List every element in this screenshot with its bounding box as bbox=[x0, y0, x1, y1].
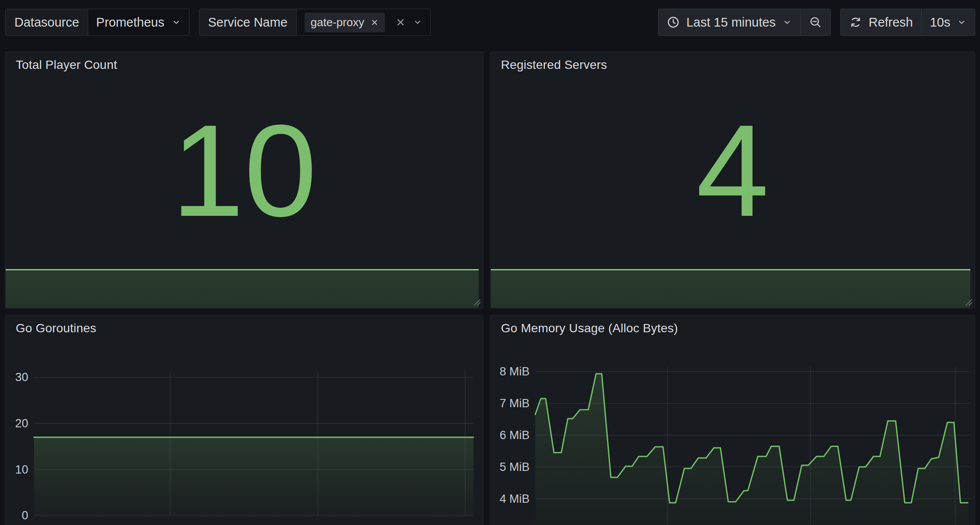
svg-text:5 MiB: 5 MiB bbox=[500, 460, 530, 474]
stat-value: 10 bbox=[171, 105, 317, 236]
svg-text:4 MiB: 4 MiB bbox=[500, 492, 530, 505]
stat-value-wrap: 4 bbox=[490, 74, 975, 267]
svg-text:7 MiB: 7 MiB bbox=[500, 397, 530, 410]
panel-total-player-count: Total Player Count 10 bbox=[5, 51, 483, 309]
datasource-label: Datasource bbox=[6, 9, 88, 35]
panel-go-memory: Go Memory Usage (Alloc Bytes) 4 MiB5 MiB… bbox=[490, 315, 975, 525]
clear-selection-icon[interactable] bbox=[395, 17, 406, 27]
svg-text:30: 30 bbox=[15, 371, 28, 384]
datasource-value: Prometheus bbox=[96, 15, 164, 30]
chevron-down-icon bbox=[957, 17, 966, 27]
panel-resize-handle[interactable] bbox=[472, 297, 481, 307]
chevron-down-icon bbox=[782, 17, 792, 27]
goroutines-line-chart: 0102030 bbox=[5, 315, 483, 525]
zoom-out-icon bbox=[809, 16, 822, 29]
zoom-out-button[interactable] bbox=[800, 9, 830, 35]
service-name-label: Service Name bbox=[199, 9, 297, 35]
selected-service-tag[interactable]: gate-proxy bbox=[305, 13, 385, 32]
refresh-interval-picker[interactable]: 10s bbox=[921, 9, 975, 35]
dashboard-toolbar: Datasource Prometheus Service Name gate-… bbox=[0, 0, 980, 36]
refresh-group: Refresh 10s bbox=[840, 9, 975, 36]
chevron-down-icon[interactable] bbox=[413, 17, 422, 27]
refresh-label: Refresh bbox=[869, 15, 913, 30]
service-name-variable: Service Name gate-proxy bbox=[199, 9, 431, 36]
stat-value: 4 bbox=[696, 105, 769, 236]
chevron-down-icon bbox=[171, 17, 181, 27]
svg-text:6 MiB: 6 MiB bbox=[500, 429, 530, 442]
refresh-interval-value: 10s bbox=[930, 15, 950, 30]
panel-title[interactable]: Registered Servers bbox=[501, 58, 607, 72]
panel-go-goroutines: Go Goroutines 0102030 bbox=[5, 315, 483, 525]
variable-controls: Datasource Prometheus Service Name gate-… bbox=[5, 9, 431, 36]
tag-remove-icon[interactable] bbox=[370, 18, 379, 27]
service-name-picker[interactable]: gate-proxy bbox=[297, 9, 430, 35]
panel-title[interactable]: Total Player Count bbox=[16, 58, 117, 72]
refresh-icon bbox=[849, 16, 862, 29]
time-picker-group: Last 15 minutes bbox=[658, 9, 831, 36]
stat-value-wrap: 10 bbox=[5, 74, 483, 267]
time-controls: Last 15 minutes bbox=[658, 9, 975, 36]
datasource-picker[interactable]: Prometheus bbox=[88, 9, 188, 35]
memory-line-chart: 4 MiB5 MiB6 MiB7 MiB8 MiB bbox=[490, 315, 975, 525]
panel-resize-handle[interactable] bbox=[963, 297, 973, 307]
svg-text:20: 20 bbox=[15, 417, 28, 430]
svg-text:10: 10 bbox=[15, 463, 28, 476]
datasource-variable: Datasource Prometheus bbox=[5, 9, 189, 36]
svg-text:8 MiB: 8 MiB bbox=[500, 365, 530, 378]
time-range-label: Last 15 minutes bbox=[686, 15, 776, 30]
refresh-button[interactable]: Refresh bbox=[841, 9, 922, 35]
stat-sparkline bbox=[6, 269, 479, 308]
panel-registered-servers: Registered Servers 4 bbox=[490, 51, 975, 309]
clock-icon bbox=[667, 16, 680, 29]
selected-service-tag-label: gate-proxy bbox=[311, 16, 364, 29]
svg-text:0: 0 bbox=[22, 509, 28, 522]
stat-sparkline bbox=[491, 269, 970, 308]
time-range-picker[interactable]: Last 15 minutes bbox=[658, 9, 800, 35]
